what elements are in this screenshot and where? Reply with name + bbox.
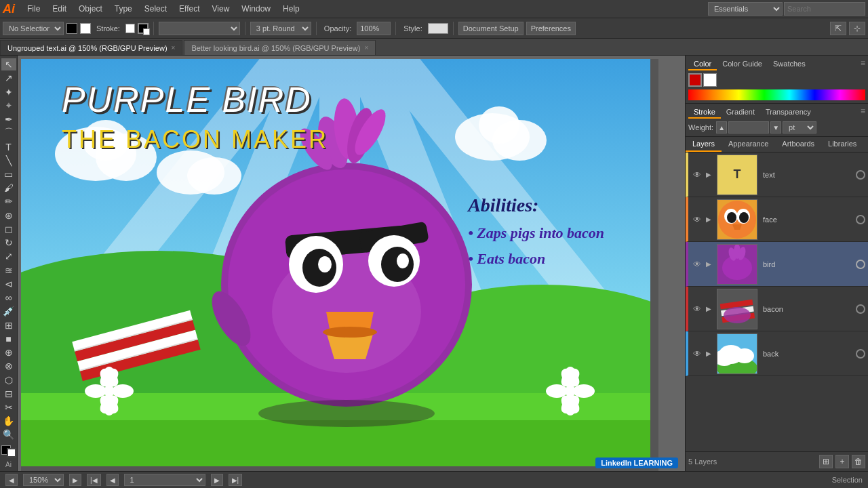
stroke-panel-menu[interactable]: ≡	[861, 106, 865, 119]
nav-next-btn[interactable]: ▶	[211, 474, 223, 486]
zoom-select[interactable]: 150%	[23, 474, 64, 486]
stroke-unit-select[interactable]: pt	[783, 121, 816, 134]
layer-row-text[interactable]: 👁 ▶ T text	[686, 152, 868, 197]
layer-row-face[interactable]: 👁 ▶ face	[686, 197, 868, 242]
stroke-weight-down[interactable]: ▼	[770, 121, 781, 134]
stroke-color-swatch[interactable]	[80, 23, 91, 34]
color-tab[interactable]: Color	[688, 58, 717, 70]
tab-close-bird[interactable]: ×	[364, 44, 368, 52]
nav-end-btn[interactable]: ▶|	[229, 474, 243, 486]
menu-file[interactable]: File	[22, 3, 45, 15]
appearance-tab[interactable]: Appearance	[722, 137, 775, 152]
stroke-weight-input[interactable]	[728, 121, 769, 134]
selection-mode-select[interactable]: No Selection	[3, 22, 64, 35]
menu-type[interactable]: Type	[109, 3, 138, 15]
direct-select-tool[interactable]: ↗	[1, 72, 16, 84]
menu-edit[interactable]: Edit	[47, 3, 72, 15]
zoom-tool[interactable]: 🔍	[1, 428, 16, 441]
color-spectrum-bar[interactable]	[688, 89, 865, 100]
color-panel-menu[interactable]: ≡	[861, 58, 865, 70]
layer-target-bacon[interactable]	[856, 304, 865, 314]
layer-vis-face[interactable]: 👁	[691, 214, 703, 226]
layer-vis-bird[interactable]: 👁	[691, 258, 703, 270]
stroke-tab[interactable]: Stroke	[688, 106, 721, 119]
swatches-tab[interactable]: Swatches	[768, 58, 811, 70]
layer-target-text[interactable]	[856, 170, 865, 180]
layer-expand-face[interactable]: ▶	[703, 214, 714, 225]
measure-tool[interactable]: ⊞	[1, 319, 16, 331]
tab-ungrouped[interactable]: Ungrouped text.ai @ 150% (RGB/GPU Previe…	[0, 40, 182, 55]
canvas-scroll-vertical[interactable]	[650, 59, 658, 471]
selection-tool[interactable]: ↖	[1, 58, 16, 70]
width-tool[interactable]: ⊲	[1, 278, 16, 290]
stroke-weight-up[interactable]: ▲	[716, 121, 727, 134]
artboard-select[interactable]: 1	[124, 474, 205, 486]
shape-builder-tool[interactable]: ⊗	[1, 360, 16, 372]
slice-tool[interactable]: ✂	[1, 401, 16, 413]
opacity-input[interactable]	[357, 22, 391, 35]
layer-vis-bacon[interactable]: 👁	[691, 303, 703, 315]
tab-close-ungrouped[interactable]: ×	[172, 44, 176, 52]
brush-select[interactable]	[159, 22, 240, 35]
layer-expand-bacon[interactable]: ▶	[703, 304, 714, 314]
rect-tool[interactable]: ▭	[1, 168, 16, 180]
pen-tool[interactable]: ✒	[1, 113, 16, 125]
curvature-tool[interactable]: ⌒	[1, 127, 16, 139]
layer-row-back[interactable]: 👁 ▶ back	[686, 331, 868, 376]
stroke-color-box[interactable]	[125, 24, 135, 33]
layer-target-bird[interactable]	[856, 260, 865, 269]
doc-setup-button[interactable]: Document Setup	[458, 22, 524, 35]
warp-tool[interactable]: ≋	[1, 264, 16, 277]
fill-color-swatch[interactable]	[66, 23, 77, 34]
layer-expand-bird[interactable]: ▶	[703, 259, 714, 270]
canvas-scroll-horizontal[interactable]	[21, 466, 658, 471]
gradient-tab[interactable]: Gradient	[721, 106, 760, 119]
nav-prev-btn[interactable]: ◀	[106, 474, 119, 486]
zoom-out-btn[interactable]: ◀	[5, 474, 18, 486]
rotate-tool[interactable]: ↻	[1, 237, 16, 249]
lasso-tool[interactable]: ⌖	[1, 100, 16, 112]
blend-tool[interactable]: ∞	[1, 291, 16, 304]
make-sublayer-btn[interactable]: ⊞	[819, 455, 833, 468]
stroke-indicator[interactable]	[7, 448, 16, 458]
live-paint-tool[interactable]: ⬡	[1, 373, 16, 386]
essentials-select[interactable]: Essentials	[708, 2, 783, 16]
style-swatch[interactable]	[428, 23, 448, 34]
tab-bird[interactable]: Better looking bird.ai @ 150% (RGB/GPU P…	[184, 40, 376, 55]
line-tool[interactable]: ╲	[1, 155, 16, 167]
canvas-area[interactable]: PURPLE BIRD THE BACON MAKER Abilities: •…	[18, 56, 685, 471]
pencil-tool[interactable]: ✏	[1, 195, 16, 207]
layers-tab[interactable]: Layers	[686, 137, 722, 152]
stroke-color-box-2[interactable]	[138, 23, 149, 34]
eraser-tool[interactable]: ◻	[1, 223, 16, 235]
stroke-size-select[interactable]: 3 pt. Round	[250, 22, 311, 35]
transparency-tab[interactable]: Transparency	[760, 106, 816, 119]
layer-expand-text[interactable]: ▶	[703, 169, 714, 180]
menu-view[interactable]: View	[207, 3, 235, 15]
artboards-tab[interactable]: Artboards	[775, 137, 821, 152]
new-layer-btn[interactable]: +	[835, 455, 849, 468]
nav-start-btn[interactable]: |◀	[87, 474, 101, 486]
eyedropper-tool[interactable]: 💉	[1, 305, 16, 317]
gradient-tool[interactable]: ■	[1, 333, 16, 345]
menu-select[interactable]: Select	[139, 3, 172, 15]
magic-wand-tool[interactable]: ✦	[1, 85, 16, 98]
menu-object[interactable]: Object	[73, 3, 108, 15]
shaper-tool[interactable]: ⊛	[1, 209, 16, 222]
delete-layer-btn[interactable]: 🗑	[852, 455, 865, 468]
hand-tool[interactable]: ✋	[1, 415, 16, 427]
menu-effect[interactable]: Effect	[174, 3, 205, 15]
search-input[interactable]	[784, 2, 865, 16]
layer-expand-back[interactable]: ▶	[703, 348, 714, 359]
layer-row-bird[interactable]: 👁 ▶ bird	[686, 242, 868, 287]
menu-window[interactable]: Window	[236, 3, 276, 15]
layer-target-back[interactable]	[856, 349, 865, 359]
layers-panel-menu[interactable]: ≡	[863, 137, 868, 152]
mesh-tool[interactable]: ⊕	[1, 346, 16, 359]
transform-btn[interactable]: ⊹	[849, 22, 865, 35]
ai-text-tool[interactable]: Ai	[1, 459, 16, 471]
arrange-btn[interactable]: ⇱	[830, 22, 846, 35]
color-guide-tab[interactable]: Color Guide	[717, 58, 768, 70]
layer-row-bacon[interactable]: 👁 ▶ bacon	[686, 287, 868, 331]
preferences-button[interactable]: Preferences	[526, 22, 576, 35]
